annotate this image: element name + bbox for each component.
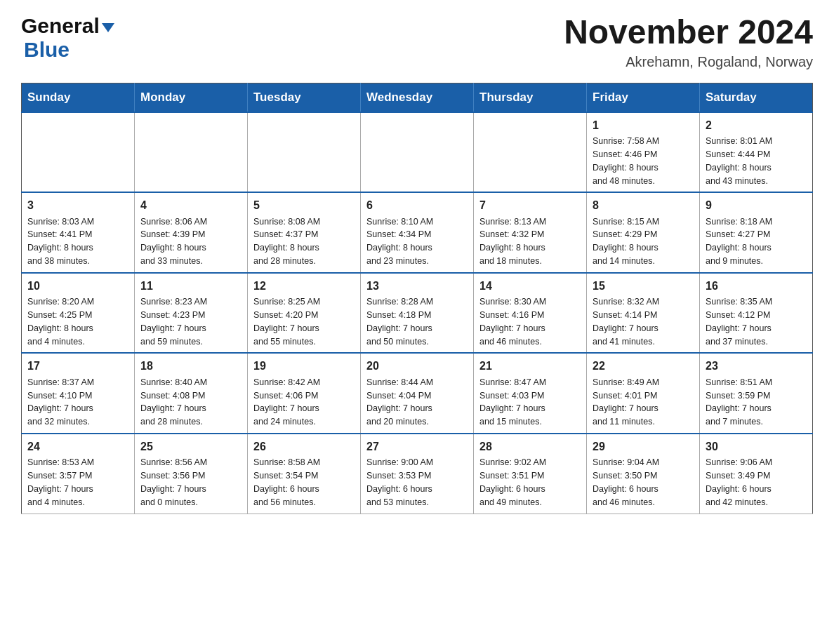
calendar-table: SundayMondayTuesdayWednesdayThursdayFrid… <box>21 83 813 514</box>
day-number: 15 <box>593 278 694 294</box>
calendar-cell-week4-day3: 19Sunrise: 8:42 AM Sunset: 4:06 PM Dayli… <box>248 353 361 434</box>
day-number: 13 <box>366 278 468 294</box>
calendar-cell-week1-day1 <box>22 112 135 193</box>
day-number: 7 <box>479 197 581 213</box>
day-number: 27 <box>366 438 468 455</box>
calendar-cell-week5-day3: 26Sunrise: 8:58 AM Sunset: 3:54 PM Dayli… <box>248 434 361 514</box>
calendar-cell-week3-day2: 11Sunrise: 8:23 AM Sunset: 4:23 PM Dayli… <box>135 273 248 354</box>
day-info: Sunrise: 8:35 AM Sunset: 4:12 PM Dayligh… <box>706 297 772 347</box>
day-info: Sunrise: 8:37 AM Sunset: 4:10 PM Dayligh… <box>27 377 94 427</box>
day-number: 29 <box>593 438 694 455</box>
calendar-cell-week2-day6: 8Sunrise: 8:15 AM Sunset: 4:29 PM Daylig… <box>587 192 700 273</box>
day-number: 22 <box>593 358 694 374</box>
calendar-cell-week2-day4: 6Sunrise: 8:10 AM Sunset: 4:34 PM Daylig… <box>361 192 474 273</box>
calendar-week-row-5: 24Sunrise: 8:53 AM Sunset: 3:57 PM Dayli… <box>22 434 813 514</box>
day-number: 4 <box>140 197 241 213</box>
day-info: Sunrise: 8:20 AM Sunset: 4:25 PM Dayligh… <box>27 297 94 347</box>
day-info: Sunrise: 7:58 AM Sunset: 4:46 PM Dayligh… <box>593 136 659 186</box>
day-info: Sunrise: 8:15 AM Sunset: 4:29 PM Dayligh… <box>593 217 659 267</box>
calendar-cell-week1-day3 <box>248 112 361 193</box>
day-info: Sunrise: 8:10 AM Sunset: 4:34 PM Dayligh… <box>366 217 433 267</box>
calendar-cell-week3-day1: 10Sunrise: 8:20 AM Sunset: 4:25 PM Dayli… <box>22 273 135 354</box>
day-number: 20 <box>366 358 468 374</box>
page-header: General Blue November 2024 Akrehamn, Rog… <box>21 14 813 70</box>
day-info: Sunrise: 8:40 AM Sunset: 4:08 PM Dayligh… <box>140 377 207 427</box>
title-section: November 2024 Akrehamn, Rogaland, Norway <box>564 14 813 70</box>
calendar-cell-week2-day1: 3Sunrise: 8:03 AM Sunset: 4:41 PM Daylig… <box>22 192 135 273</box>
calendar-cell-week1-day6: 1Sunrise: 7:58 AM Sunset: 4:46 PM Daylig… <box>587 112 700 193</box>
calendar-cell-week4-day5: 21Sunrise: 8:47 AM Sunset: 4:03 PM Dayli… <box>474 353 587 434</box>
calendar-cell-week1-day2 <box>135 112 248 193</box>
logo-arrow-icon <box>102 23 114 32</box>
location-label: Akrehamn, Rogaland, Norway <box>564 54 813 70</box>
day-info: Sunrise: 8:51 AM Sunset: 3:59 PM Dayligh… <box>706 377 772 427</box>
day-number: 12 <box>253 278 355 294</box>
calendar-cell-week3-day7: 16Sunrise: 8:35 AM Sunset: 4:12 PM Dayli… <box>700 273 813 354</box>
day-info: Sunrise: 8:56 AM Sunset: 3:56 PM Dayligh… <box>140 457 207 507</box>
day-number: 8 <box>593 197 694 213</box>
calendar-cell-week2-day5: 7Sunrise: 8:13 AM Sunset: 4:32 PM Daylig… <box>474 192 587 273</box>
calendar-cell-week5-day6: 29Sunrise: 9:04 AM Sunset: 3:50 PM Dayli… <box>587 434 700 514</box>
day-number: 28 <box>479 438 581 455</box>
calendar-cell-week5-day1: 24Sunrise: 8:53 AM Sunset: 3:57 PM Dayli… <box>22 434 135 514</box>
day-number: 9 <box>706 197 807 213</box>
calendar-cell-week4-day7: 23Sunrise: 8:51 AM Sunset: 3:59 PM Dayli… <box>700 353 813 434</box>
day-number: 25 <box>140 438 241 455</box>
day-info: Sunrise: 8:03 AM Sunset: 4:41 PM Dayligh… <box>27 217 94 267</box>
day-number: 11 <box>140 278 241 294</box>
calendar-week-row-3: 10Sunrise: 8:20 AM Sunset: 4:25 PM Dayli… <box>22 273 813 354</box>
day-info: Sunrise: 8:44 AM Sunset: 4:04 PM Dayligh… <box>366 377 433 427</box>
calendar-cell-week3-day5: 14Sunrise: 8:30 AM Sunset: 4:16 PM Dayli… <box>474 273 587 354</box>
day-number: 24 <box>27 438 128 455</box>
day-number: 2 <box>706 117 807 133</box>
day-info: Sunrise: 8:13 AM Sunset: 4:32 PM Dayligh… <box>479 217 546 267</box>
calendar-cell-week1-day4 <box>361 112 474 193</box>
day-number: 21 <box>479 358 581 374</box>
day-info: Sunrise: 8:28 AM Sunset: 4:18 PM Dayligh… <box>366 297 433 347</box>
day-info: Sunrise: 9:00 AM Sunset: 3:53 PM Dayligh… <box>366 457 433 507</box>
day-info: Sunrise: 8:58 AM Sunset: 3:54 PM Dayligh… <box>253 457 320 507</box>
calendar-cell-week5-day4: 27Sunrise: 9:00 AM Sunset: 3:53 PM Dayli… <box>361 434 474 514</box>
day-info: Sunrise: 9:06 AM Sunset: 3:49 PM Dayligh… <box>706 457 772 507</box>
day-info: Sunrise: 8:47 AM Sunset: 4:03 PM Dayligh… <box>479 377 546 427</box>
day-info: Sunrise: 8:18 AM Sunset: 4:27 PM Dayligh… <box>706 217 772 267</box>
calendar-cell-week4-day4: 20Sunrise: 8:44 AM Sunset: 4:04 PM Dayli… <box>361 353 474 434</box>
weekday-header-saturday: Saturday <box>700 83 813 112</box>
day-info: Sunrise: 8:23 AM Sunset: 4:23 PM Dayligh… <box>140 297 207 347</box>
logo: General Blue <box>21 14 114 62</box>
calendar-cell-week2-day2: 4Sunrise: 8:06 AM Sunset: 4:39 PM Daylig… <box>135 192 248 273</box>
calendar-cell-week5-day5: 28Sunrise: 9:02 AM Sunset: 3:51 PM Dayli… <box>474 434 587 514</box>
day-number: 26 <box>253 438 355 455</box>
weekday-header-thursday: Thursday <box>474 83 587 112</box>
weekday-header-tuesday: Tuesday <box>248 83 361 112</box>
day-info: Sunrise: 8:01 AM Sunset: 4:44 PM Dayligh… <box>706 136 772 186</box>
calendar-cell-week3-day4: 13Sunrise: 8:28 AM Sunset: 4:18 PM Dayli… <box>361 273 474 354</box>
calendar-cell-week3-day3: 12Sunrise: 8:25 AM Sunset: 4:20 PM Dayli… <box>248 273 361 354</box>
calendar-cell-week4-day6: 22Sunrise: 8:49 AM Sunset: 4:01 PM Dayli… <box>587 353 700 434</box>
day-info: Sunrise: 8:08 AM Sunset: 4:37 PM Dayligh… <box>253 217 320 267</box>
day-info: Sunrise: 9:02 AM Sunset: 3:51 PM Dayligh… <box>479 457 546 507</box>
weekday-header-row: SundayMondayTuesdayWednesdayThursdayFrid… <box>22 83 813 112</box>
calendar-cell-week1-day5 <box>474 112 587 193</box>
day-info: Sunrise: 8:49 AM Sunset: 4:01 PM Dayligh… <box>593 377 659 427</box>
calendar-cell-week5-day2: 25Sunrise: 8:56 AM Sunset: 3:56 PM Dayli… <box>135 434 248 514</box>
day-number: 17 <box>27 358 128 374</box>
calendar-cell-week4-day1: 17Sunrise: 8:37 AM Sunset: 4:10 PM Dayli… <box>22 353 135 434</box>
logo-general-text: General <box>21 14 100 38</box>
day-number: 16 <box>706 278 807 294</box>
day-number: 6 <box>366 197 468 213</box>
weekday-header-sunday: Sunday <box>22 83 135 112</box>
calendar-cell-week2-day3: 5Sunrise: 8:08 AM Sunset: 4:37 PM Daylig… <box>248 192 361 273</box>
calendar-cell-week5-day7: 30Sunrise: 9:06 AM Sunset: 3:49 PM Dayli… <box>700 434 813 514</box>
day-number: 5 <box>253 197 355 213</box>
day-number: 3 <box>27 197 128 213</box>
weekday-header-monday: Monday <box>135 83 248 112</box>
calendar-week-row-4: 17Sunrise: 8:37 AM Sunset: 4:10 PM Dayli… <box>22 353 813 434</box>
day-number: 30 <box>706 438 807 455</box>
day-info: Sunrise: 8:32 AM Sunset: 4:14 PM Dayligh… <box>593 297 659 347</box>
day-info: Sunrise: 8:06 AM Sunset: 4:39 PM Dayligh… <box>140 217 207 267</box>
calendar-cell-week4-day2: 18Sunrise: 8:40 AM Sunset: 4:08 PM Dayli… <box>135 353 248 434</box>
calendar-week-row-1: 1Sunrise: 7:58 AM Sunset: 4:46 PM Daylig… <box>22 112 813 193</box>
calendar-week-row-2: 3Sunrise: 8:03 AM Sunset: 4:41 PM Daylig… <box>22 192 813 273</box>
day-number: 19 <box>253 358 355 374</box>
